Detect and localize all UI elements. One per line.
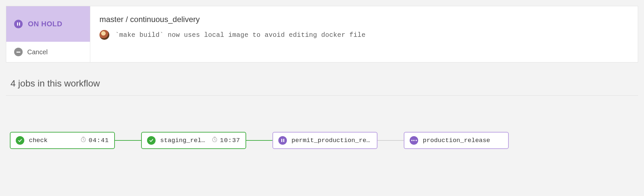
pause-icon xyxy=(278,136,287,145)
job-duration: 10:37 xyxy=(211,136,240,145)
job-card-check[interactable]: check 04:41 xyxy=(10,132,115,149)
clock-icon xyxy=(80,136,87,145)
success-icon xyxy=(16,136,24,145)
avatar xyxy=(99,30,109,40)
job-card-permit[interactable]: permit_production_re… xyxy=(272,132,377,149)
duration-value: 04:41 xyxy=(89,137,109,144)
pause-icon xyxy=(14,20,23,28)
pipeline-graph: check 04:41 staging_rele… 10:37 permit_p… xyxy=(0,96,644,162)
connector xyxy=(115,140,141,141)
connector xyxy=(377,140,404,141)
cancel-button[interactable]: Cancel xyxy=(6,42,90,62)
ellipsis-icon xyxy=(410,136,418,145)
job-name: permit_production_re… xyxy=(291,137,372,144)
section-title: 4 jobs in this workflow xyxy=(11,78,638,89)
clock-icon xyxy=(211,136,218,145)
job-duration: 04:41 xyxy=(80,136,109,145)
cancel-label: Cancel xyxy=(27,48,48,56)
commit-message: `make build` now uses local image to avo… xyxy=(115,31,366,39)
workflow-info: master / continuous_delivery `make build… xyxy=(90,6,638,62)
connector xyxy=(246,140,272,141)
success-icon xyxy=(147,136,156,145)
status-column: ON HOLD Cancel xyxy=(6,6,90,62)
cancel-icon xyxy=(14,48,23,56)
job-name: check xyxy=(29,137,75,144)
status-badge: ON HOLD xyxy=(6,6,90,42)
job-name: staging_rele… xyxy=(160,137,207,144)
job-name: production_release xyxy=(423,137,503,144)
breadcrumb: master / continuous_delivery xyxy=(99,15,629,24)
job-card-staging[interactable]: staging_rele… 10:37 xyxy=(141,132,246,149)
commit-row: `make build` now uses local image to avo… xyxy=(99,30,629,40)
status-label: ON HOLD xyxy=(28,20,62,28)
workflow-summary-card: ON HOLD Cancel master / continuous_deliv… xyxy=(6,6,638,62)
job-card-production[interactable]: production_release xyxy=(404,132,509,149)
duration-value: 10:37 xyxy=(220,137,240,144)
